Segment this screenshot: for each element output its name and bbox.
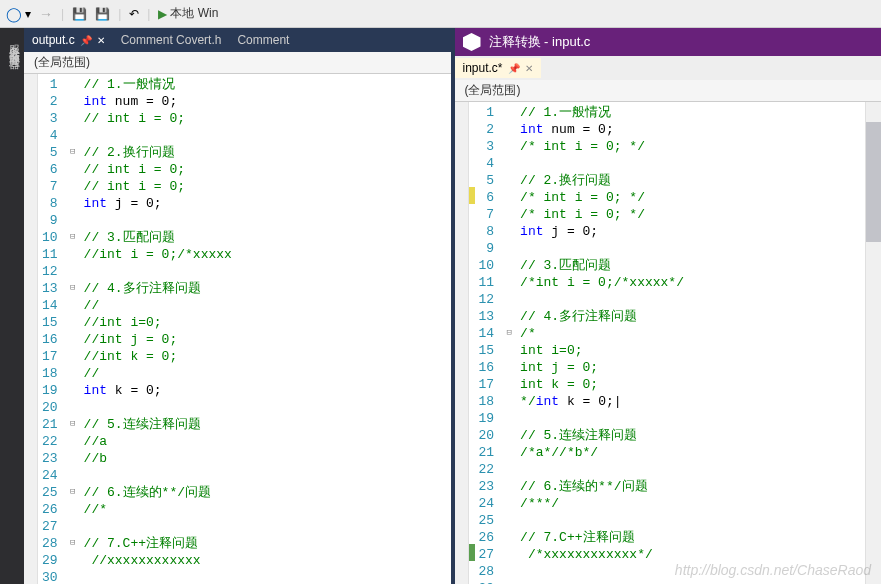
pin-icon[interactable]: 📌 <box>508 63 520 74</box>
close-icon[interactable]: ✕ <box>525 63 533 74</box>
title-bar: 注释转换 - input.c <box>455 28 882 56</box>
pin-icon[interactable]: 📌 <box>80 35 92 46</box>
tab-label: Comment <box>237 33 289 47</box>
nav-back-button[interactable]: ◯▾ <box>6 6 31 22</box>
code-content[interactable]: // 1.一般情况int num = 0;// int i = 0; // 2.… <box>80 74 451 584</box>
right-code-editor[interactable]: 1234567891011121314151617181920212223242… <box>455 102 882 584</box>
tab-comment[interactable]: Comment <box>229 30 297 50</box>
tab-input-c[interactable]: input.c* 📌 ✕ <box>455 58 541 78</box>
save-all-button[interactable]: 💾 <box>72 7 87 21</box>
tab-output-c[interactable]: output.c 📌 ✕ <box>24 30 113 50</box>
separator: | <box>147 7 150 21</box>
tab-label: input.c* <box>463 61 503 75</box>
right-editor-pane: 注释转换 - input.c input.c* 📌 ✕ (全局范围) 12345… <box>455 28 882 584</box>
code-content[interactable]: // 1.一般情况int num = 0;/* int i = 0; */ //… <box>516 102 865 584</box>
sidebar-tab-server-explorer[interactable]: 服务器资源管理器 <box>7 36 22 576</box>
separator: | <box>118 7 121 21</box>
tab-label: Comment Covert.h <box>121 33 222 47</box>
close-icon[interactable]: ✕ <box>97 35 105 46</box>
left-editor-pane: output.c 📌 ✕ Comment Covert.h Comment (全… <box>24 28 455 584</box>
separator: | <box>61 7 64 21</box>
gutter <box>455 102 469 584</box>
save-button[interactable]: 💾 <box>95 7 110 21</box>
vs-logo-icon <box>463 33 481 51</box>
left-code-editor[interactable]: 1234567891011121314151617181920212223242… <box>24 74 451 584</box>
tab-comment-covert-h[interactable]: Comment Covert.h <box>113 30 230 50</box>
tab-label: output.c <box>32 33 75 47</box>
left-tab-bar: output.c 📌 ✕ Comment Covert.h Comment <box>24 28 451 52</box>
undo-button[interactable]: ↶ <box>129 7 139 21</box>
scroll-thumb[interactable] <box>866 122 881 242</box>
right-tab-bar: input.c* 📌 ✕ <box>455 56 882 80</box>
line-numbers: 1234567891011121314151617181920212223242… <box>475 102 503 584</box>
scope-dropdown[interactable]: (全局范围) <box>24 52 451 74</box>
watermark: http://blog.csdn.net/ChaseRaod <box>675 562 871 578</box>
line-numbers: 1234567891011121314151617181920212223242… <box>38 74 66 584</box>
scope-dropdown[interactable]: (全局范围) <box>455 80 882 102</box>
run-button[interactable]: ▶本地 Win <box>158 5 218 22</box>
scrollbar[interactable] <box>865 102 881 584</box>
window-title: 注释转换 - input.c <box>489 33 591 51</box>
left-sidebar: 服务器资源管理器 工具箱 <box>0 28 24 584</box>
main-toolbar: ◯▾ → | 💾 💾 | ↶ | ▶本地 Win <box>0 0 881 28</box>
fold-column: ⊟ <box>502 102 516 584</box>
gutter <box>24 74 38 584</box>
fold-column: ⊟⊟⊟⊟⊟⊟ <box>66 74 80 584</box>
nav-forward-button[interactable]: → <box>39 6 53 22</box>
